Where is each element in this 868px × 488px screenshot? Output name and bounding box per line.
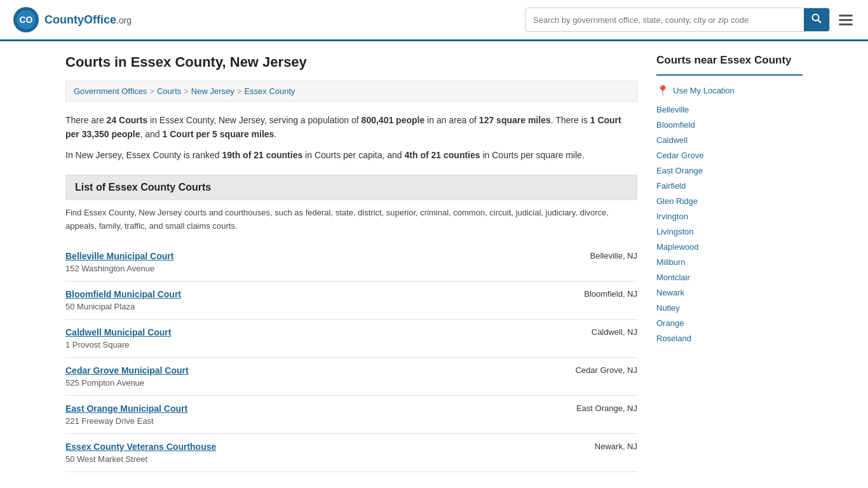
breadcrumb-link-essex[interactable]: Essex County: [244, 86, 295, 96]
sidebar-nearby-item: Millburn: [656, 257, 803, 267]
logo-text: CountyOffice.org: [44, 13, 132, 27]
search-icon: [811, 13, 822, 24]
breadcrumb-sep-2: >: [184, 86, 189, 96]
header: CO CountyOffice.org: [0, 0, 868, 41]
court-location: Newark, NJ: [582, 442, 637, 451]
info1-per2: 1 Court per 5 square miles: [163, 129, 275, 139]
sidebar-nearby-link[interactable]: Montclair: [656, 273, 690, 282]
menu-line-1: [839, 15, 853, 17]
courts-list: Belleville Municipal Court 152 Washingto…: [65, 243, 637, 472]
court-location: Cedar Grove, NJ: [562, 365, 637, 375]
sidebar-nearby-item: Fairfield: [656, 180, 803, 191]
court-list-item: East Orange Municipal Court 221 Freeway …: [65, 396, 637, 434]
court-item-left: Belleville Municipal Court 152 Washingto…: [65, 251, 578, 273]
sidebar-nearby-link[interactable]: Newark: [656, 288, 684, 297]
breadcrumb-link-courts[interactable]: Courts: [157, 86, 181, 96]
court-location: Caldwell, NJ: [579, 327, 637, 337]
court-name-link[interactable]: East Orange Municipal Court: [65, 403, 564, 414]
svg-point-3: [813, 15, 819, 21]
sidebar-nearby-link[interactable]: Belleville: [656, 105, 689, 114]
info2-rank1: 19th of 21 counties: [222, 150, 302, 160]
sidebar-nearby-link[interactable]: East Orange: [656, 166, 703, 175]
sidebar-nearby-list: BellevilleBloomfieldCaldwellCedar GroveE…: [656, 104, 803, 343]
info-paragraph-2: In New Jersey, Essex County is ranked 19…: [65, 148, 637, 162]
court-location: Bloomfield, NJ: [571, 289, 637, 299]
sidebar-nearby-item: Newark: [656, 287, 803, 297]
court-name-link[interactable]: Caldwell Municipal Court: [65, 327, 579, 337]
sidebar-nearby-link[interactable]: Cedar Grove: [656, 151, 703, 160]
court-address: 50 West Market Street: [65, 454, 147, 464]
svg-line-4: [818, 20, 822, 24]
sidebar-nearby-link[interactable]: Roseland: [656, 334, 691, 343]
breadcrumb-link-nj[interactable]: New Jersey: [191, 86, 234, 96]
sidebar-nearby-item: Bloomfield: [656, 119, 803, 130]
info1-mid3: . There is: [551, 115, 590, 125]
sidebar-nearby-item: Roseland: [656, 333, 803, 343]
sidebar-nearby-link[interactable]: Millburn: [656, 257, 686, 267]
court-list-item: Belleville Municipal Court 152 Washingto…: [65, 243, 637, 281]
list-description: Find Essex County, New Jersey courts and…: [65, 207, 637, 233]
sidebar-nearby-link[interactable]: Maplewood: [656, 242, 699, 252]
sidebar-nearby-item: Belleville: [656, 104, 803, 114]
info1-pop: 800,401 people: [362, 115, 425, 125]
menu-line-2: [839, 19, 853, 21]
court-address: 152 Washington Avenue: [65, 264, 154, 273]
search-input[interactable]: [526, 10, 804, 30]
court-address: 1 Provost Square: [65, 340, 129, 349]
court-list-item: Caldwell Municipal Court 1 Provost Squar…: [65, 320, 637, 358]
info2-rank2: 4th of 21 counties: [405, 150, 480, 160]
court-list-item: Bloomfield Municipal Court 50 Municipal …: [65, 281, 637, 320]
location-pin-icon: 📍: [656, 85, 669, 97]
info1-mid4: , and: [140, 129, 163, 139]
info-paragraph-1: There are 24 Courts in Essex County, New…: [65, 113, 637, 142]
court-address: 50 Municipal Plaza: [65, 302, 135, 311]
court-item-left: Essex County Veterans Courthouse 50 West…: [65, 442, 582, 464]
menu-button[interactable]: [836, 12, 855, 28]
info2-mid: in Courts per capita, and: [302, 150, 404, 160]
sidebar-nearby-item: East Orange: [656, 165, 803, 175]
sidebar-nearby-item: Orange: [656, 318, 803, 328]
header-right: [525, 8, 855, 32]
court-item-left: East Orange Municipal Court 221 Freeway …: [65, 403, 564, 426]
svg-text:CO: CO: [20, 15, 33, 25]
search-bar: [525, 8, 830, 32]
list-section-header: List of Essex County Courts: [65, 175, 637, 200]
sidebar-nearby-link[interactable]: Nutley: [656, 303, 680, 313]
court-address: 221 Freeway Drive East: [65, 416, 154, 426]
sidebar-nearby-link[interactable]: Bloomfield: [656, 120, 695, 130]
content-area: Courts in Essex County, New Jersey Gover…: [65, 54, 637, 472]
info1-area: 127 square miles: [479, 115, 551, 125]
sidebar-nearby-link[interactable]: Caldwell: [656, 135, 688, 145]
use-location-label: Use My Location: [673, 86, 735, 95]
sidebar-nearby-item: Glen Ridge: [656, 196, 803, 206]
court-name-link[interactable]: Essex County Veterans Courthouse: [65, 442, 582, 452]
court-name-link[interactable]: Bloomfield Municipal Court: [65, 289, 571, 299]
sidebar-nearby-link[interactable]: Glen Ridge: [656, 196, 698, 206]
use-location-link[interactable]: 📍 Use My Location: [656, 85, 803, 97]
sidebar-nearby-item: Cedar Grove: [656, 150, 803, 160]
main-container: Courts in Essex County, New Jersey Gover…: [53, 41, 815, 485]
menu-line-3: [839, 24, 853, 25]
court-location: Belleville, NJ: [578, 251, 637, 261]
court-address: 525 Pompton Avenue: [65, 378, 144, 388]
sidebar-nearby-item: Montclair: [656, 272, 803, 282]
sidebar-nearby-link[interactable]: Fairfield: [656, 181, 686, 191]
search-button[interactable]: [804, 8, 829, 31]
breadcrumb-sep-3: >: [237, 86, 242, 96]
court-list-item: Cedar Grove Municipal Court 525 Pompton …: [65, 358, 637, 396]
sidebar-nearby-link[interactable]: Irvington: [656, 212, 688, 221]
breadcrumb-link-gov-offices[interactable]: Government Offices: [74, 86, 147, 96]
sidebar-nearby-link[interactable]: Orange: [656, 318, 684, 328]
info2-prefix: In New Jersey, Essex County is ranked: [65, 150, 222, 160]
court-name-link[interactable]: Cedar Grove Municipal Court: [65, 365, 562, 376]
court-name-link[interactable]: Belleville Municipal Court: [65, 251, 578, 261]
info2-end: in Courts per square mile.: [480, 150, 585, 160]
page-title: Courts in Essex County, New Jersey: [65, 54, 637, 71]
sidebar-nearby-link[interactable]: Livingston: [656, 227, 694, 236]
sidebar-nearby-item: Irvington: [656, 211, 803, 221]
court-item-left: Bloomfield Municipal Court 50 Municipal …: [65, 289, 571, 311]
court-location: East Orange, NJ: [564, 403, 637, 413]
breadcrumb-sep-1: >: [149, 86, 154, 96]
sidebar-nearby-item: Livingston: [656, 226, 803, 236]
sidebar-title: Courts near Essex County: [656, 54, 803, 76]
